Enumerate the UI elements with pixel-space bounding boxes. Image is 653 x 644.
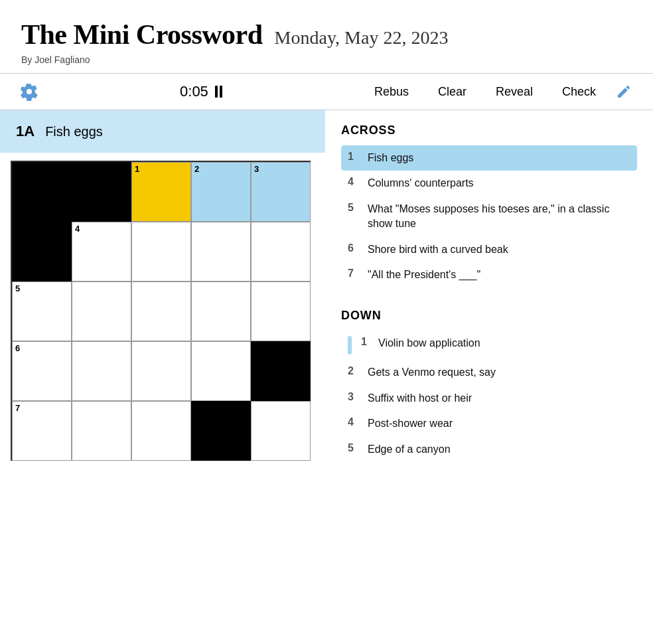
clue-text: Columns' counterparts [368, 176, 474, 191]
cell-number: 5 [15, 284, 20, 293]
clue-text: Violin bow application [378, 336, 480, 351]
clue-text: Suffix with host or heir [368, 391, 472, 406]
pause-bar-right [220, 86, 222, 98]
clue-number: 4 [348, 176, 358, 188]
toolbar-actions: Rebus Clear Reveal Check [360, 73, 611, 110]
clue-text: Post-shower wear [368, 416, 453, 431]
down-clue-item[interactable]: 1 Violin bow application [341, 331, 637, 360]
grid-cell [251, 341, 311, 401]
clue-text: "All the President's ___" [368, 268, 480, 282]
across-clue-item[interactable]: 4Columns' counterparts [341, 171, 637, 196]
pencil-icon [616, 84, 632, 100]
clue-text: What "Moses supposes his toeses are," in… [368, 202, 630, 232]
grid-cell[interactable] [191, 282, 251, 341]
pencil-button[interactable] [611, 84, 637, 100]
grid-cell[interactable] [191, 341, 251, 401]
grid-cell[interactable]: 7 [12, 401, 72, 461]
down-section: DOWN 1 Violin bow application 2Gets a Ve… [341, 309, 637, 462]
grid-cell[interactable]: 5 [12, 282, 72, 341]
cell-number: 7 [15, 404, 20, 412]
clue-number: 2 [348, 365, 358, 377]
header-title-row: The Mini Crossword Monday, May 22, 2023 [21, 19, 632, 50]
grid-cell[interactable] [72, 401, 131, 461]
settings-button[interactable] [16, 82, 42, 101]
active-clue-text: Fish eggs [45, 124, 103, 139]
toolbar: 0:05 Rebus Clear Reveal Check [0, 73, 653, 110]
down-clue-item[interactable]: 5Edge of a canyon [341, 437, 637, 462]
down-clue-list: 1 Violin bow application 2Gets a Venmo r… [341, 331, 637, 462]
across-clue-item[interactable]: 6Shore bird with a curved beak [341, 237, 637, 262]
across-clue-list: 1Fish eggs4Columns' counterparts5What "M… [341, 145, 637, 287]
across-title: ACROSS [341, 123, 637, 137]
clue-number: 7 [348, 268, 358, 280]
clue-number: 5 [348, 442, 358, 454]
grid-cell[interactable] [251, 222, 311, 282]
across-section: ACROSS 1Fish eggs4Columns' counterparts5… [341, 123, 637, 287]
header: The Mini Crossword Monday, May 22, 2023 … [0, 0, 653, 73]
cell-number: 4 [75, 224, 80, 233]
clue-text: Fish eggs [368, 151, 413, 165]
grid-cell[interactable] [251, 282, 311, 341]
gear-icon [20, 82, 38, 101]
down-clue-item[interactable]: 4Post-shower wear [341, 411, 637, 436]
clue-text: Edge of a canyon [368, 442, 451, 457]
clue-text: Gets a Venmo request, say [368, 365, 496, 380]
grid-cell[interactable]: 3 [251, 162, 311, 222]
cell-number: 3 [254, 165, 259, 173]
grid-cell[interactable] [251, 401, 311, 461]
active-clue-number: 1A [16, 123, 35, 140]
clue-number: 1 [361, 336, 372, 348]
grid-cell[interactable]: 4 [72, 222, 131, 282]
across-clue-item[interactable]: 5What "Moses supposes his toeses are," i… [341, 197, 637, 237]
grid-cell[interactable]: 6 [12, 341, 72, 401]
clue-number: 3 [348, 391, 358, 403]
grid-cell[interactable] [72, 282, 131, 341]
clue-number: 4 [348, 416, 358, 428]
grid-cell[interactable] [131, 282, 191, 341]
across-clue-item[interactable]: 1Fish eggs [341, 145, 637, 171]
across-clue-item[interactable]: 7"All the President's ___" [341, 262, 637, 287]
grid-cell [12, 162, 72, 222]
cell-number: 2 [194, 165, 199, 173]
grid-cell[interactable]: 1 [131, 162, 191, 222]
clues-panel: ACROSS 1Fish eggs4Columns' counterparts5… [325, 110, 653, 497]
pause-bar-left [215, 86, 218, 98]
active-clue-display: 1A Fish eggs [0, 110, 325, 153]
puzzle-panel: 1A Fish eggs 1234567 [0, 110, 325, 497]
grid-cell[interactable]: 2 [191, 162, 251, 222]
clue-number: 5 [348, 202, 358, 214]
puzzle-title: The Mini Crossword [21, 19, 263, 50]
clue-number: 6 [348, 242, 358, 254]
puzzle-date: Monday, May 22, 2023 [275, 27, 449, 48]
clue-number: 1 [348, 151, 358, 163]
down-clue-item[interactable]: 2Gets a Venmo request, say [341, 360, 637, 385]
main-content: 1A Fish eggs 1234567 ACROSS 1Fish eggs4C… [0, 110, 653, 497]
byline: By Joel Fagliano [21, 54, 632, 65]
reveal-button[interactable]: Reveal [481, 73, 547, 110]
clear-button[interactable]: Clear [423, 73, 481, 110]
timer-display: 0:05 [42, 83, 360, 100]
grid-cell[interactable] [131, 341, 191, 401]
timer-value: 0:05 [180, 83, 208, 100]
grid-cell [191, 401, 251, 461]
grid-cell[interactable] [131, 401, 191, 461]
clue-text: Shore bird with a curved beak [368, 242, 508, 257]
crossword-grid[interactable]: 1234567 [11, 161, 311, 461]
pause-button[interactable] [215, 86, 222, 98]
cell-number: 1 [135, 165, 139, 173]
down-title: DOWN [341, 309, 637, 323]
down-clue-item[interactable]: 3Suffix with host or heir [341, 386, 637, 411]
grid-cell [72, 162, 131, 222]
check-button[interactable]: Check [547, 73, 611, 110]
grid-cell [12, 222, 72, 282]
grid-cell[interactable] [72, 341, 131, 401]
grid-container: 1234567 [0, 153, 325, 471]
cell-number: 6 [15, 344, 20, 353]
grid-cell[interactable] [191, 222, 251, 282]
down-active-indicator [348, 336, 352, 355]
grid-cell[interactable] [131, 222, 191, 282]
rebus-button[interactable]: Rebus [360, 73, 423, 110]
